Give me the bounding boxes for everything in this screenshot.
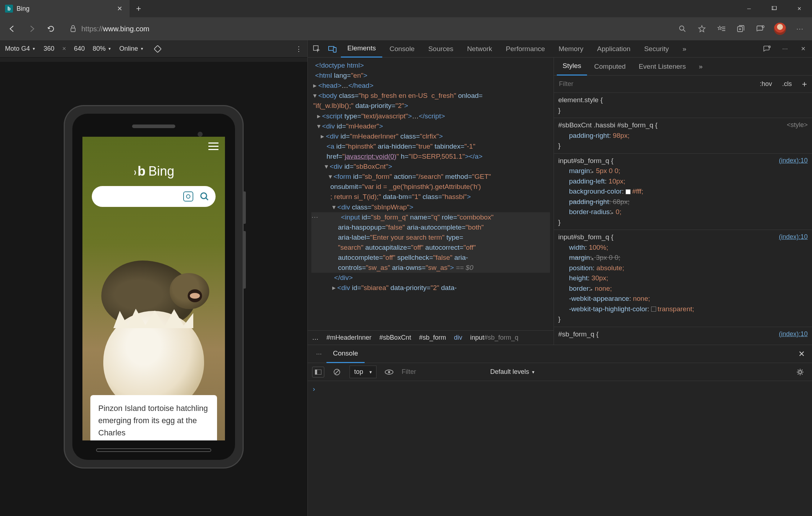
devtools-close-icon[interactable]: ✕	[795, 41, 811, 56]
throttling-select[interactable]: Online▼	[119, 45, 144, 53]
console-sidebar-toggle-icon[interactable]	[312, 367, 324, 377]
feedback-devtools-icon[interactable]	[759, 41, 775, 56]
refresh-button[interactable]	[42, 20, 60, 37]
svg-point-17	[799, 371, 802, 374]
visual-search-icon[interactable]	[183, 191, 193, 202]
device-select[interactable]: Moto G4▼	[5, 45, 36, 53]
styles-tab-styles[interactable]: Styles	[557, 58, 587, 76]
hamburger-icon[interactable]	[208, 142, 218, 150]
tabs-overflow-icon[interactable]: »	[676, 40, 693, 58]
phone-camera	[198, 132, 203, 137]
emulation-more-icon[interactable]: ⋮	[296, 45, 302, 53]
console-settings-icon[interactable]	[793, 365, 808, 380]
phone-side-button	[244, 191, 246, 224]
zoom-icon[interactable]	[674, 20, 691, 37]
tab-title: Bing	[17, 5, 112, 13]
styles-filter-input[interactable]	[554, 80, 755, 88]
device-emulation-pane: Moto G4▼ 360 × 640 80%▼ Online▼ ⋮	[0, 40, 307, 516]
browser-toolbar: https://www.bing.com ⋯	[0, 17, 812, 40]
address-bar[interactable]: https://www.bing.com	[65, 21, 669, 37]
tab-security[interactable]: Security	[638, 40, 676, 58]
profile-avatar[interactable]	[774, 23, 786, 35]
log-levels-select[interactable]: Default levels▼	[490, 368, 535, 376]
ruler	[0, 58, 307, 62]
tab-memory[interactable]: Memory	[552, 40, 590, 58]
viewport-width[interactable]: 360	[44, 45, 54, 53]
hov-toggle[interactable]: :hov	[755, 80, 777, 88]
console-filter-input[interactable]	[402, 368, 485, 376]
phone-frame: b Bing Pinzon Island tortoise hatchling …	[64, 105, 244, 469]
clear-console-icon[interactable]	[329, 365, 344, 380]
feedback-icon[interactable]	[752, 20, 769, 37]
favorites-list-icon[interactable]	[713, 20, 730, 37]
svg-rect-10	[333, 47, 336, 52]
tab-application[interactable]: Application	[591, 40, 637, 58]
viewport-height[interactable]: 640	[74, 45, 85, 53]
forward-button[interactable]	[23, 20, 40, 37]
search-input[interactable]	[92, 186, 216, 207]
svg-rect-1	[773, 6, 776, 10]
browser-tab[interactable]: b Bing ✕	[0, 0, 130, 17]
new-tab-button[interactable]: +	[130, 4, 148, 14]
svg-rect-2	[71, 28, 75, 32]
phone-speaker	[132, 125, 175, 128]
elements-panel: <!doctype html> <html lang="en"> ▸<head>…	[308, 58, 554, 345]
phone-side-button	[244, 231, 246, 289]
styles-tab-computed[interactable]: Computed	[588, 58, 632, 76]
dimension-separator: ×	[62, 45, 66, 53]
dom-tree[interactable]: <!doctype html> <html lang="en"> ▸<head>…	[308, 58, 554, 330]
cls-toggle[interactable]: .cls	[777, 80, 797, 88]
svg-point-16	[388, 371, 390, 373]
styles-tabs-overflow-icon[interactable]: »	[693, 58, 708, 76]
svg-point-5	[762, 26, 764, 28]
emulation-toolbar: Moto G4▼ 360 × 640 80%▼ Online▼ ⋮	[0, 40, 307, 58]
bing-mark-icon: b	[133, 164, 146, 179]
maximize-icon	[772, 6, 777, 11]
live-expression-icon[interactable]	[382, 365, 397, 380]
svg-point-7	[201, 193, 207, 199]
devtools-more-icon[interactable]: ⋯	[777, 41, 793, 56]
device-viewport: b Bing Pinzon Island tortoise hatchling …	[0, 58, 307, 516]
drawer-close-icon[interactable]: ✕	[795, 349, 808, 359]
tab-sources[interactable]: Sources	[422, 40, 460, 58]
console-output[interactable]: ›	[308, 381, 812, 516]
context-select[interactable]: top▼	[349, 366, 376, 378]
inspect-element-icon[interactable]	[309, 41, 324, 56]
styles-tab-listeners[interactable]: Event Listeners	[633, 58, 691, 76]
console-prompt: ›	[313, 385, 315, 393]
devtools-tabs: Elements Console Sources Network Perform…	[308, 40, 812, 58]
tab-performance[interactable]: Performance	[499, 40, 551, 58]
tab-network[interactable]: Network	[461, 40, 499, 58]
lock-icon	[70, 25, 76, 32]
bing-favicon: b	[5, 5, 13, 13]
zoom-select[interactable]: 80%▼	[93, 45, 112, 53]
image-caption[interactable]: Pinzon Island tortoise hatchling emergin…	[90, 395, 217, 440]
collections-icon[interactable]	[732, 20, 749, 37]
device-toggle-icon[interactable]	[325, 41, 340, 56]
rotate-icon[interactable]	[154, 45, 162, 53]
phone-home-bar	[96, 448, 211, 452]
new-style-rule-icon[interactable]: +	[797, 79, 812, 89]
arrow-right-icon	[28, 25, 36, 33]
drawer-tab-console[interactable]: Console	[326, 345, 365, 363]
search-icon[interactable]	[200, 192, 209, 201]
bing-logo: b Bing	[82, 164, 225, 179]
maximize-button[interactable]	[762, 0, 787, 17]
close-window-button[interactable]: ✕	[787, 0, 812, 17]
drawer-more-icon[interactable]: ⋯	[311, 347, 326, 362]
devtools-panel: Elements Console Sources Network Perform…	[307, 40, 812, 516]
window-titlebar: b Bing ✕ + ─ ✕	[0, 0, 812, 17]
tab-console[interactable]: Console	[383, 40, 421, 58]
styles-panel: Styles Computed Event Listeners » :hov .…	[554, 58, 812, 345]
close-tab-icon[interactable]: ✕	[116, 3, 124, 14]
emulated-screen[interactable]: b Bing Pinzon Island tortoise hatchling …	[82, 137, 225, 440]
tab-elements[interactable]: Elements	[341, 40, 382, 58]
url-text: https://www.bing.com	[81, 25, 149, 33]
favorite-icon[interactable]	[693, 20, 710, 37]
more-menu-icon[interactable]: ⋯	[791, 20, 808, 37]
dom-breadcrumb[interactable]: … #mHeaderInner #sbBoxCnt #sb_form div i…	[308, 330, 554, 345]
window-controls: ─ ✕	[736, 0, 812, 17]
css-rules[interactable]: element.style { } <style> #sbBoxCnt .has…	[554, 93, 812, 345]
back-button[interactable]	[4, 20, 21, 37]
minimize-button[interactable]: ─	[736, 0, 762, 17]
